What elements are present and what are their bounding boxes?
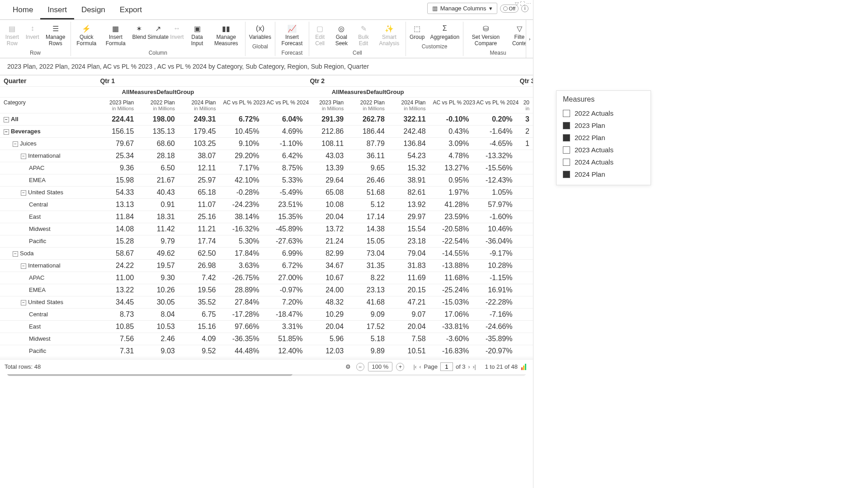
checkbox-icon[interactable]: [563, 122, 570, 129]
cell[interactable]: -36.35%: [219, 333, 263, 345]
cell[interactable]: 6.72%: [219, 113, 263, 125]
cell[interactable]: -33.81%: [429, 320, 473, 333]
cell[interactable]: 19.56: [179, 284, 220, 296]
cell[interactable]: -3.60%: [429, 333, 473, 345]
cell[interactable]: 103.25: [179, 137, 220, 150]
cell[interactable]: 31.35: [347, 259, 388, 272]
expander-icon[interactable]: −: [4, 117, 9, 122]
cell[interactable]: 262.78: [347, 113, 388, 125]
edit-cell-button[interactable]: ▢Edit Cell: [310, 22, 330, 49]
cell[interactable]: 3.31%: [263, 320, 306, 333]
cell[interactable]: -12.43%: [473, 174, 516, 186]
cell[interactable]: 5.12: [347, 198, 388, 211]
cell[interactable]: 27.00%: [263, 272, 306, 284]
cell[interactable]: 13.22: [96, 284, 137, 296]
manage-rows-button[interactable]: ☰Manage Rows: [42, 22, 70, 49]
checkbox-icon[interactable]: [563, 171, 570, 178]
cell[interactable]: 24.00: [306, 284, 347, 296]
cell[interactable]: 82.99: [306, 247, 347, 259]
table-row[interactable]: −Soda58.6749.6262.5017.84%6.99%82.9973.0…: [0, 247, 533, 259]
cell[interactable]: -13.88%: [429, 259, 473, 272]
cell[interactable]: 34.67: [306, 259, 347, 272]
invert-col-button[interactable]: ↔Invert: [168, 22, 186, 49]
cell[interactable]: 13.13: [96, 198, 137, 211]
col-2024plan-q1[interactable]: 2024 Planin Millions: [179, 97, 220, 113]
cell[interactable]: 1: [516, 137, 533, 150]
cell[interactable]: [516, 272, 533, 284]
cell[interactable]: 6.75: [179, 308, 220, 320]
cell[interactable]: 242.48: [388, 125, 429, 137]
cell[interactable]: -1.64%: [473, 125, 516, 137]
cell[interactable]: 13.72: [306, 223, 347, 235]
tab-insert[interactable]: Insert: [40, 2, 74, 19]
cell[interactable]: 1.05%: [473, 186, 516, 198]
checkbox-icon[interactable]: [563, 159, 570, 166]
row-label[interactable]: Pacific: [0, 235, 96, 247]
cell[interactable]: 23.13: [347, 284, 388, 296]
cell[interactable]: 54.33: [96, 186, 137, 198]
cell[interactable]: 29.97: [388, 211, 429, 223]
cell[interactable]: 15.98: [96, 174, 137, 186]
row-label[interactable]: Central: [0, 308, 96, 320]
cell[interactable]: 8.04: [137, 308, 179, 320]
cell[interactable]: 10.26: [137, 284, 179, 296]
cell[interactable]: 9.09: [347, 308, 388, 320]
cell[interactable]: [516, 235, 533, 247]
table-row[interactable]: −International25.3428.1838.0729.20%6.42%…: [0, 150, 533, 162]
cell[interactable]: 40.43: [137, 186, 179, 198]
cell[interactable]: 17.84%: [219, 247, 263, 259]
cell[interactable]: 3: [516, 113, 533, 125]
cell[interactable]: 8.75%: [263, 162, 306, 174]
gear-icon[interactable]: ⚙: [345, 363, 351, 370]
cell[interactable]: 17.06%: [429, 308, 473, 320]
cell[interactable]: 10.46%: [473, 223, 516, 235]
cell[interactable]: 20.04: [306, 211, 347, 223]
row-label[interactable]: APAC: [0, 162, 96, 174]
cell[interactable]: 0.95%: [429, 174, 473, 186]
cell[interactable]: 20.15: [388, 284, 429, 296]
last-page-button[interactable]: ›|: [473, 364, 476, 370]
cell[interactable]: 15.16: [179, 320, 220, 333]
cell[interactable]: 58.67: [96, 247, 137, 259]
cell[interactable]: 11.69: [388, 272, 429, 284]
cell[interactable]: 9.79: [137, 235, 179, 247]
cell[interactable]: 65.18: [179, 186, 220, 198]
cell[interactable]: 23.18: [388, 235, 429, 247]
cell[interactable]: 322.11: [388, 113, 429, 125]
smart-analysis-button[interactable]: ✨Smart Analysis: [374, 22, 405, 49]
cell[interactable]: 4.09: [179, 333, 220, 345]
cell[interactable]: 30.05: [137, 296, 179, 308]
cell[interactable]: 79.67: [96, 137, 137, 150]
col-2023plan-q2[interactable]: 2023 Planin Millions: [306, 97, 347, 113]
row-label[interactable]: −United States: [0, 186, 96, 198]
cell[interactable]: 17.74: [179, 235, 220, 247]
cell[interactable]: -1.60%: [473, 211, 516, 223]
cell[interactable]: 212.86: [306, 125, 347, 137]
cell[interactable]: 15.28: [96, 235, 137, 247]
cell[interactable]: 21.67: [137, 174, 179, 186]
cell[interactable]: 44.48%: [219, 345, 263, 357]
cell[interactable]: 7.17%: [219, 162, 263, 174]
cell[interactable]: 49.62: [137, 247, 179, 259]
manage-columns-button[interactable]: ▥ Manage Columns ▾: [427, 3, 497, 14]
cell[interactable]: 15.05: [347, 235, 388, 247]
table-row[interactable]: Central13.130.9111.07-24.23%23.51%10.085…: [0, 198, 533, 211]
cell[interactable]: 12.11: [179, 162, 220, 174]
cell[interactable]: 48.32: [306, 296, 347, 308]
table-row[interactable]: −Beverages156.15135.13179.4510.45%4.69%2…: [0, 125, 533, 137]
chart-icon[interactable]: [521, 364, 528, 370]
page-input[interactable]: [440, 362, 453, 371]
next-page-button[interactable]: ›: [468, 364, 470, 370]
first-page-button[interactable]: |‹: [413, 364, 416, 370]
cell[interactable]: [516, 333, 533, 345]
cell[interactable]: -13.32%: [473, 150, 516, 162]
measure-item[interactable]: 2024 Plan: [563, 168, 644, 180]
cell[interactable]: 31.83: [388, 259, 429, 272]
cell[interactable]: -20.97%: [473, 345, 516, 357]
cell[interactable]: -20.58%: [429, 223, 473, 235]
cell[interactable]: 5.33%: [263, 174, 306, 186]
tab-home[interactable]: Home: [5, 2, 40, 19]
cell[interactable]: -26.75%: [219, 272, 263, 284]
cell[interactable]: 7.20%: [263, 296, 306, 308]
cell[interactable]: 25.97: [179, 174, 220, 186]
